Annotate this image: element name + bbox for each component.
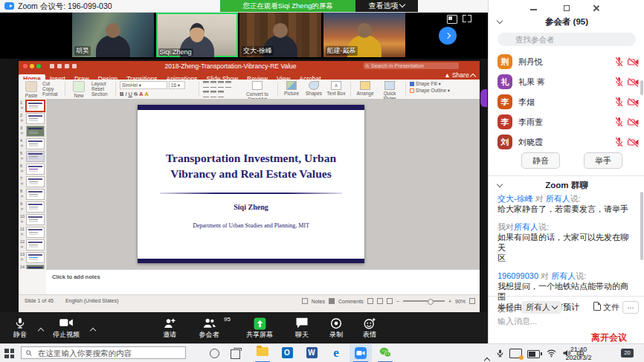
slide-thumbnail-5[interactable]: 5∗ <box>19 149 46 162</box>
chat-message-input[interactable] <box>498 317 631 326</box>
clock[interactable]: 21:40 2020/3/2 <box>559 346 598 361</box>
slideshow-view-button[interactable] <box>387 298 393 304</box>
wifi-tray-icon[interactable] <box>547 349 556 358</box>
zoom-percent[interactable]: 90% <box>455 299 466 304</box>
notes-pane[interactable]: Click to add notes <box>46 269 480 295</box>
zoom-in-button[interactable]: + <box>448 299 451 304</box>
slide-thumbnail-6[interactable]: 6∗ <box>19 162 46 175</box>
collapse-participants-icon[interactable] <box>497 18 503 24</box>
zoom-out-button[interactable]: − <box>396 299 399 304</box>
save-qat-icon[interactable] <box>57 64 62 68</box>
convert-smartart-button[interactable]: Convert to SmartArt <box>242 81 273 97</box>
view-options-button[interactable]: 查看选项 <box>355 0 418 12</box>
search-participants-input[interactable] <box>498 33 636 46</box>
chat-button[interactable]: 聊天 <box>286 315 318 342</box>
comments-toggle-icon[interactable] <box>329 298 335 304</box>
chat-scrollbar[interactable] <box>640 192 643 260</box>
picture-button[interactable]: Picture <box>282 81 301 97</box>
font-name-select[interactable]: SimHei ▾ <box>120 81 167 89</box>
slide-thumbnail-10[interactable]: 10∗ <box>19 213 46 225</box>
annotation-widget[interactable] <box>480 89 487 107</box>
copy-button[interactable]: Copy <box>42 86 58 91</box>
cut-button[interactable]: Cut <box>42 81 58 86</box>
shape-fill-button[interactable]: Shape Fill ▾ <box>410 81 450 86</box>
slide-sorter-button[interactable] <box>377 298 383 304</box>
invite-button[interactable]: 邀请 <box>152 315 187 342</box>
action-center-icon[interactable]: 20 <box>621 349 634 358</box>
chevron-up-icon[interactable] <box>91 321 95 334</box>
slide-thumbnail-7[interactable]: 7∗ <box>19 175 46 187</box>
record-button[interactable]: 录制 <box>320 315 352 342</box>
layout-button[interactable]: Layout <box>91 81 108 86</box>
participant-row[interactable]: 李李雨萱 <box>489 112 644 132</box>
word-taskbar-icon[interactable]: W <box>300 344 323 362</box>
next-participants-button[interactable] <box>439 27 457 45</box>
fit-to-window-button[interactable] <box>469 298 475 304</box>
notes-toggle[interactable]: Notes <box>312 299 325 304</box>
slide-thumbnail-3[interactable]: 3∗ <box>19 124 46 137</box>
paragraph-group[interactable] <box>203 81 233 97</box>
undo-qat-icon[interactable] <box>65 64 69 68</box>
slide-thumbnail-11[interactable]: 11∗ <box>19 225 46 238</box>
redo-qat-icon[interactable] <box>72 64 77 68</box>
normal-view-button[interactable] <box>367 298 373 304</box>
wechat-taskbar-icon[interactable] <box>374 344 396 362</box>
comments-toggle[interactable]: Comments <box>338 299 364 304</box>
participant-row[interactable]: 李李烟 <box>489 92 644 112</box>
slide-thumbnail-12[interactable]: 12∗ <box>19 238 46 251</box>
video-tile-2[interactable]: Siqi Zheng <box>156 13 238 57</box>
send-to-dropdown[interactable]: 所有人 <box>521 301 561 314</box>
zoom-traffic-light[interactable] <box>36 64 41 68</box>
minimize-traffic-light[interactable] <box>30 64 34 68</box>
screen-share-tray-icon[interactable] <box>509 349 522 358</box>
chat-more-button[interactable]: ... <box>622 301 639 314</box>
slide-thumbnail-1[interactable]: 1∗ <box>19 99 46 111</box>
reactions-button[interactable]: 表情 <box>352 315 387 342</box>
notes-toggle-icon[interactable] <box>302 298 308 304</box>
language-status[interactable]: English (United States) <box>65 298 119 303</box>
microphone-tray-icon[interactable] <box>496 349 504 358</box>
video-camera-button[interactable]: 停止视频 <box>43 315 89 342</box>
reset-button[interactable]: Reset <box>91 86 108 91</box>
participants-scrollbar[interactable] <box>640 80 643 95</box>
gallery-view-icon[interactable] <box>447 15 457 24</box>
fullscreen-icon[interactable] <box>463 15 471 22</box>
shape-outline-button[interactable]: Shape Outline ▾ <box>410 88 450 93</box>
slide-thumbnail-9[interactable]: 9∗ <box>19 200 46 213</box>
close-traffic-light[interactable] <box>23 64 28 68</box>
participant-row[interactable]: 荆荆丹悦 <box>489 52 644 72</box>
slide-thumbnail-4[interactable]: 4∗ <box>19 137 46 149</box>
collapse-chat-icon[interactable] <box>497 181 503 187</box>
maximize-window-button[interactable] <box>563 4 570 12</box>
close-window-button[interactable] <box>593 4 600 12</box>
home-qat-icon[interactable] <box>50 64 54 68</box>
text-box-button[interactable]: AText Box <box>326 81 346 97</box>
task-view-icon[interactable] <box>231 349 240 359</box>
outlook-taskbar-icon[interactable]: O <box>276 344 298 362</box>
paste-button[interactable]: Paste <box>23 81 39 97</box>
slide-thumbnail-8[interactable]: 8∗ <box>19 187 46 200</box>
ppt-share-button[interactable]: ▲ Share <box>444 71 475 80</box>
video-tile-1[interactable]: 胡昊 <box>72 13 154 57</box>
mute-me-button[interactable]: 静音 <box>521 152 560 169</box>
battery-tray-icon[interactable] <box>527 350 540 358</box>
participants-button[interactable]: 参会者95 <box>187 315 231 342</box>
start-button[interactable] <box>4 349 14 358</box>
participant-row[interactable]: 刘刘晓霞 <box>489 132 644 152</box>
leave-meeting-button[interactable]: 离开会议 <box>591 332 627 344</box>
quick-styles-button[interactable]: Quick Styles <box>379 81 401 97</box>
taskbar-search-input[interactable] <box>21 346 186 359</box>
section-button[interactable]: Section <box>91 91 108 97</box>
new-slide-button[interactable]: New Slide <box>69 81 88 97</box>
share-screen-button[interactable]: 共享屏幕 <box>236 315 283 342</box>
font-size-select[interactable]: 16 ▾ <box>169 81 185 89</box>
participant-row[interactable]: 礼礼果 蒋 <box>489 72 644 92</box>
slide-thumbnail-2[interactable]: 2∗ <box>19 111 46 124</box>
slide-thumbnail-14[interactable]: 14∗ <box>19 263 46 269</box>
mic-button[interactable]: 静音 <box>3 315 37 342</box>
minimize-window-button[interactable] <box>530 4 538 12</box>
video-tile-3[interactable]: 交大-徐峰 <box>239 13 321 57</box>
video-tile-4[interactable]: 船建-戴慕 <box>323 13 405 57</box>
raise-hand-button[interactable]: 举手 <box>584 152 622 169</box>
arrange-button[interactable]: Arrange <box>355 81 376 97</box>
